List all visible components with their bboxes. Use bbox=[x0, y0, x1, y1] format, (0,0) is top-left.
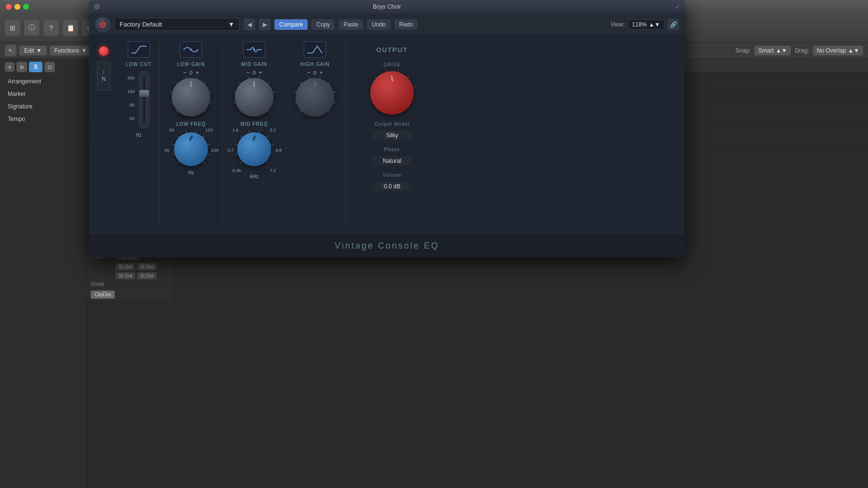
sidebar: + ⊞ S ⊡ Arrangement Marker Signature Tem… bbox=[0, 59, 87, 488]
sidebar-icon-1[interactable]: ⊞ bbox=[16, 62, 27, 72]
svg-line-20 bbox=[203, 161, 204, 163]
mid-gain-knob-container bbox=[235, 78, 273, 117]
undo-button[interactable]: Undo bbox=[367, 19, 391, 30]
lc-80: 80 bbox=[127, 103, 135, 107]
stout-2[interactable]: St Out bbox=[116, 263, 135, 270]
sidebar-item-marker[interactable]: Marker bbox=[0, 88, 86, 100]
lf-220: 220 bbox=[211, 148, 218, 153]
copy-button[interactable]: Copy bbox=[312, 19, 335, 30]
svg-line-41 bbox=[266, 161, 268, 163]
plugin-toolbar: ⏻ Factory Default ▼ ◀ ▶ Compare Copy Pas… bbox=[89, 13, 685, 36]
drive-knob-container bbox=[370, 71, 414, 115]
group-row: Group bbox=[91, 281, 169, 287]
svg-point-21 bbox=[253, 49, 255, 51]
phase-label: Phase bbox=[384, 147, 400, 152]
sidebar-item-signature[interactable]: Signature bbox=[0, 100, 86, 113]
low-cut-shape-icon[interactable] bbox=[128, 41, 150, 58]
sidebar-item-arrangement[interactable]: Arrangement bbox=[0, 75, 86, 88]
preset-dropdown[interactable]: Factory Default ▼ bbox=[114, 18, 240, 31]
prev-preset-btn[interactable]: ◀ bbox=[244, 19, 255, 30]
plugin-title-text: Boys Choir bbox=[373, 3, 401, 10]
low-freq-knob-wrap: 35 bbox=[174, 132, 208, 168]
snap-section: Snap: Smart ▲▼ Drag: No Overlap ▲▼ bbox=[735, 46, 863, 55]
low-cut-section: LOW CUT 300 160 80 50 Hz bbox=[118, 41, 160, 228]
low-freq-knob[interactable] bbox=[174, 132, 208, 166]
mid-freq-unit: kHz bbox=[250, 174, 258, 179]
n-box[interactable]: I N bbox=[97, 62, 110, 91]
next-preset-btn[interactable]: ▶ bbox=[259, 19, 271, 30]
add-track-button[interactable]: + bbox=[5, 62, 14, 72]
drive-knob[interactable] bbox=[370, 71, 414, 115]
low-gain-shape-icon[interactable] bbox=[180, 41, 202, 58]
mid-gain-knob[interactable] bbox=[235, 78, 273, 117]
output-model-value: Silky bbox=[373, 131, 411, 140]
mid-band-section: MID GAIN − 0 + bbox=[223, 41, 286, 228]
window-controls bbox=[6, 4, 29, 10]
slider-thumb[interactable] bbox=[139, 90, 149, 97]
link-btn[interactable]: 🔗 bbox=[667, 19, 679, 30]
eq-left-controls: I N bbox=[89, 41, 118, 228]
drag-dropdown[interactable]: No Overlap ▲▼ bbox=[813, 46, 863, 55]
clipdist-btn[interactable]: ClipDist bbox=[91, 290, 115, 299]
output-section: OUTPUT DRIVE bbox=[349, 41, 435, 228]
lf-35: 35 bbox=[164, 148, 169, 153]
high-gain-section: HIGH GAIN − 0 + bbox=[286, 41, 344, 228]
high-gain-knob-container bbox=[296, 78, 334, 117]
group-label: Group bbox=[91, 281, 116, 287]
compare-button[interactable]: Compare bbox=[274, 19, 308, 30]
minimize-button[interactable] bbox=[14, 4, 20, 10]
toolbar-icon-3[interactable]: ? bbox=[43, 20, 59, 36]
output-divider bbox=[346, 41, 347, 228]
view-section: View: 118% ▲▼ 🔗 bbox=[610, 19, 679, 30]
high-gain-knob[interactable] bbox=[296, 78, 334, 117]
eq-plugin-name: Vintage Console EQ bbox=[335, 241, 439, 251]
view-percentage[interactable]: 118% ▲▼ bbox=[628, 19, 665, 30]
record-light[interactable] bbox=[99, 46, 108, 56]
cursor-tool[interactable]: ↖ bbox=[5, 45, 16, 56]
redo-button[interactable]: Redo bbox=[394, 19, 418, 30]
toolbar-icon-2[interactable]: ⓘ bbox=[24, 20, 40, 36]
edit-menu[interactable]: Edit ▼ bbox=[19, 46, 47, 55]
mid-freq-knob-wrap: 0.7 bbox=[237, 132, 271, 168]
close-button[interactable] bbox=[6, 4, 12, 10]
power-button[interactable]: ⏻ bbox=[95, 17, 110, 32]
s-sidebar-btn[interactable]: S bbox=[29, 62, 42, 72]
stout-4[interactable]: St Out bbox=[116, 272, 135, 279]
toolbar-icon-1[interactable]: ⊞ bbox=[5, 20, 20, 36]
mid-gain-label: MID GAIN bbox=[241, 62, 267, 67]
lc-50: 50 bbox=[127, 116, 135, 121]
stout-3[interactable]: St Out bbox=[137, 263, 156, 270]
plugin-expand-btn[interactable]: ⤢ bbox=[675, 3, 680, 10]
svg-line-40 bbox=[270, 154, 273, 155]
low-freq-knob-container bbox=[174, 132, 208, 166]
low-gain-knob[interactable] bbox=[172, 78, 210, 117]
snap-label: Snap: bbox=[735, 47, 750, 54]
svg-line-19 bbox=[207, 154, 210, 155]
plugin-close-btn[interactable] bbox=[94, 4, 100, 10]
eq-bottom: Vintage Console EQ bbox=[89, 234, 685, 258]
high-gain-label: HIGH GAIN bbox=[300, 62, 329, 67]
paste-button[interactable]: Paste bbox=[339, 19, 363, 30]
snap-dropdown[interactable]: Smart ▲▼ bbox=[754, 46, 791, 55]
low-gain-label: LOW GAIN bbox=[177, 62, 205, 67]
svg-point-0 bbox=[190, 49, 192, 51]
toolbar-icon-4[interactable]: 📋 bbox=[63, 20, 78, 36]
mid-freq-knob[interactable] bbox=[237, 132, 271, 166]
mid-gain-shape-icon[interactable] bbox=[243, 41, 265, 58]
stout-5[interactable]: St Out bbox=[137, 272, 156, 279]
low-cut-slider[interactable] bbox=[138, 71, 150, 129]
plugin-window: Boys Choir ⤢ ⏻ Factory Default ▼ ◀ ▶ Com… bbox=[89, 0, 685, 258]
high-gain-shape-icon[interactable] bbox=[304, 41, 326, 58]
low-freq-label: LOW FREQ bbox=[176, 121, 205, 127]
slider-track bbox=[143, 76, 145, 124]
sidebar-icon-2[interactable]: ⊡ bbox=[44, 62, 55, 72]
low-cut-unit: Hz bbox=[136, 132, 141, 138]
eq-main-body: I N LOW CUT 300 160 80 50 bbox=[89, 36, 685, 234]
phase-value: Natural bbox=[373, 156, 411, 166]
lc-freq-marks: 300 160 80 50 bbox=[127, 71, 135, 121]
drag-label: Drag: bbox=[795, 47, 809, 54]
view-label: View: bbox=[610, 21, 624, 28]
sidebar-item-tempo[interactable]: Tempo bbox=[0, 113, 86, 125]
functions-menu[interactable]: Functions ▼ bbox=[50, 46, 92, 55]
maximize-button[interactable] bbox=[23, 4, 29, 10]
